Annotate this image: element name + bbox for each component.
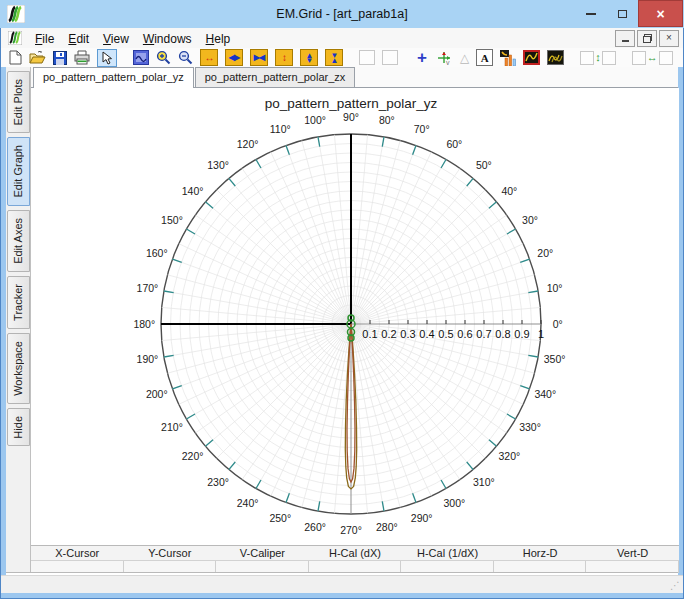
sidebar-tab-label: Hide: [12, 416, 24, 439]
mdi-minimize-button[interactable]: [615, 30, 635, 47]
angle-tick-label: 340°: [534, 388, 556, 400]
radial-tick-label: 0.5: [438, 328, 453, 340]
align-vertical-control[interactable]: ↕: [580, 51, 616, 65]
expand-y-icon[interactable]: ↕: [275, 49, 293, 66]
angle-tick-label: 290°: [411, 512, 433, 524]
angle-tick-label: 200°: [146, 388, 168, 400]
window-maximize-button[interactable]: [607, 0, 637, 27]
select-pointer-button[interactable]: [97, 49, 117, 67]
doc-tab-po-pattern-pattern-polar-yz[interactable]: po_pattern_pattern_polar_yz: [33, 67, 194, 88]
document-icon: [8, 31, 22, 45]
readout-header-row: X-CursorY-CursorV-CaliperH-Cal (dX)H-Cal…: [31, 546, 679, 561]
radial-tick-label: 0.4: [419, 328, 434, 340]
menu-item-windows[interactable]: Windows: [136, 30, 199, 48]
zoom-out-icon[interactable]: [178, 50, 193, 65]
zoom-in-icon[interactable]: [156, 50, 171, 65]
resize-grip[interactable]: ⋰: [670, 580, 680, 591]
angle-tick-label: 40°: [501, 185, 517, 197]
main-panel: po_pattern_pattern_polar_yzpo_pattern_pa…: [30, 67, 678, 572]
angle-tick-label: 210°: [161, 421, 183, 433]
angle-tick-label: 220°: [182, 450, 204, 462]
menu-item-file[interactable]: File: [28, 30, 61, 48]
sidebar-tab-edit-plots[interactable]: Edit Plots: [7, 71, 30, 133]
histogram-style-icon[interactable]: [500, 50, 516, 66]
plot-style-active-icon[interactable]: [523, 50, 540, 65]
angle-tick-label: 180°: [133, 318, 155, 330]
pointer-icon: [101, 51, 113, 65]
angle-tick-label: 70°: [414, 123, 430, 135]
menu-item-edit[interactable]: Edit: [61, 30, 96, 48]
frame-box-2-icon[interactable]: [382, 50, 398, 65]
zoom-box-icon[interactable]: [133, 50, 149, 65]
mdi-restore-button[interactable]: [637, 30, 657, 47]
angle-tick-label: 190°: [137, 353, 159, 365]
radial-tick-label: 0.9: [514, 328, 529, 340]
readout-col-y-cursor: Y-Cursor: [124, 546, 217, 560]
compress-x-icon[interactable]: ▶◀: [250, 49, 268, 66]
readout-col-vert-d: Vert-D: [586, 546, 679, 560]
angle-tick-label: 300°: [444, 497, 466, 509]
angle-tick-label: 170°: [137, 282, 159, 294]
open-file-icon[interactable]: [29, 51, 46, 65]
angle-tick-label: 120°: [237, 138, 259, 150]
menu-bar: FileEditViewWindowsHelp ×: [1, 28, 683, 49]
menu-item-help[interactable]: Help: [199, 30, 238, 48]
add-cursor-icon[interactable]: +: [414, 48, 430, 68]
window-minimize-button[interactable]: [576, 0, 606, 27]
mdi-close-button[interactable]: ×: [659, 30, 679, 47]
readout-col-x-cursor: X-Cursor: [31, 546, 124, 560]
autoscale-y-icon[interactable]: ▲▼: [300, 49, 318, 66]
frame-box-1-icon[interactable]: [359, 50, 375, 65]
svg-text:v: v: [446, 59, 450, 66]
axes-tool-icon[interactable]: v: [437, 50, 453, 66]
angle-tick-label: 230°: [207, 476, 229, 488]
autoscale-x-icon[interactable]: ◀▶: [225, 49, 243, 66]
angle-tick-label: 0°: [553, 318, 563, 330]
angle-tick-label: 270°: [340, 524, 362, 536]
print-icon[interactable]: [74, 50, 90, 65]
readout-col-h-cal-dx: H-Cal (dX): [309, 546, 402, 560]
sidebar-tab-hide[interactable]: Hide: [7, 408, 30, 447]
sidebar-tab-workspace[interactable]: Workspace: [7, 333, 30, 404]
sidebar-tab-tracker[interactable]: Tracker: [7, 276, 30, 329]
readout-col-h-cal-1-dx: H-Cal (1/dX): [401, 546, 494, 560]
align-horizontal-control[interactable]: ↔: [632, 51, 673, 65]
expand-x-icon[interactable]: ↔: [200, 49, 218, 66]
plot-style-icon[interactable]: [547, 50, 564, 65]
horizontal-arrows-icon: ↔: [647, 52, 658, 63]
angle-tick-label: 140°: [182, 185, 204, 197]
sidebar-tab-label: Edit Graph: [12, 145, 24, 198]
angle-tick-label: 90°: [343, 111, 359, 123]
angle-tick-label: 310°: [473, 476, 495, 488]
compress-y-icon[interactable]: ▼▲: [325, 49, 343, 66]
text-label-icon[interactable]: A: [476, 49, 493, 66]
angle-tick-label: 30°: [522, 214, 538, 226]
angle-tick-label: 80°: [379, 114, 395, 126]
angle-tick-label: 260°: [304, 521, 326, 533]
angle-tick-label: 50°: [476, 159, 492, 171]
radial-tick-label: 1: [538, 328, 544, 340]
radial-tick-label: 0.7: [476, 328, 491, 340]
mdi-controls: ×: [615, 30, 683, 47]
polar-plot: 0.10.20.30.40.50.60.70.80.910°10°20°30°4…: [31, 88, 679, 545]
sidebar-tab-edit-graph[interactable]: Edit Graph: [7, 137, 30, 206]
new-document-icon[interactable]: [9, 50, 22, 65]
sidebar-tab-edit-axes[interactable]: Edit Axes: [7, 210, 30, 272]
angle-tick-label: 330°: [519, 421, 541, 433]
polar-plot-canvas[interactable]: 0.10.20.30.40.50.60.70.80.910°10°20°30°4…: [31, 88, 679, 545]
menu-item-view[interactable]: View: [96, 30, 136, 48]
close-icon: ×: [656, 7, 664, 21]
marker-triangle-icon[interactable]: △: [460, 51, 469, 65]
radial-tick-label: 0.8: [495, 328, 510, 340]
document-tab-row: po_pattern_pattern_polar_yzpo_pattern_pa…: [31, 67, 678, 88]
save-icon[interactable]: [53, 51, 67, 65]
angle-tick-label: 150°: [161, 214, 183, 226]
angle-tick-label: 320°: [498, 450, 520, 462]
doc-tab-po-pattern-pattern-polar-zx[interactable]: po_pattern_pattern_polar_zx: [195, 67, 356, 87]
window-close-button[interactable]: ×: [638, 0, 683, 27]
angle-tick-label: 60°: [446, 138, 462, 150]
readout-col-v-caliper: V-Caliper: [216, 546, 309, 560]
angle-tick-label: 250°: [269, 512, 291, 524]
radial-tick-label: 0.1: [362, 328, 377, 340]
angle-tick-label: 100°: [304, 114, 326, 126]
